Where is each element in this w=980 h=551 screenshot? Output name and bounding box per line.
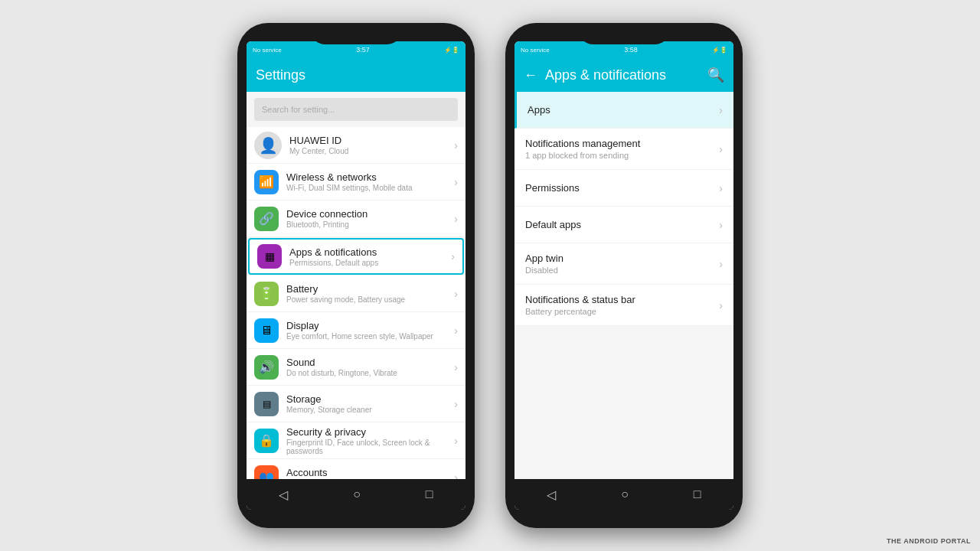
accounts-icon: 👥: [254, 465, 279, 480]
display-text: Display Eye comfort, Home screen style, …: [286, 320, 454, 341]
settings-item-display[interactable]: 🖥 Display Eye comfort, Home screen style…: [247, 312, 466, 349]
watermark: THE ANDROID PORTAL: [887, 537, 971, 545]
storage-sub: Memory, Storage cleaner: [286, 406, 454, 414]
device-title: Device connection: [286, 208, 454, 220]
chevron-icon: ›: [454, 139, 458, 152]
settings-item-wireless[interactable]: 📶 Wireless & networks Wi-Fi, Dual SIM se…: [247, 164, 466, 201]
status-time-left: 3:57: [356, 46, 370, 54]
settings-item-security[interactable]: 🔒 Security & privacy Fingerprint ID, Fac…: [247, 422, 466, 459]
battery-text: Battery Power saving mode, Battery usage: [286, 283, 454, 304]
battery-icon: 🔋: [254, 282, 279, 306]
apps-item-permissions[interactable]: Permissions ›: [514, 170, 733, 207]
apps-item-default-apps[interactable]: Default apps ›: [514, 207, 733, 243]
chevron-icon: ›: [454, 288, 458, 300]
recents-button-left[interactable]: □: [426, 487, 433, 501]
apps-notifications-list: Apps › Notifications management 1 app bl…: [514, 92, 733, 479]
phone-notch-left: [310, 23, 402, 44]
battery-sub: Power saving mode, Battery usage: [286, 295, 454, 304]
settings-item-apps-notifications[interactable]: ▦ Apps & notifications Permissions, Defa…: [248, 238, 464, 275]
app-twin-text: App twin Disabled: [525, 253, 719, 275]
chevron-icon: ›: [454, 213, 458, 225]
status-bar-sub: Battery percentage: [525, 307, 719, 316]
sound-icon: 🔊: [254, 355, 279, 380]
bottom-nav-left: ◁ ○ □: [247, 479, 466, 510]
apps-item-apps[interactable]: Apps ›: [514, 92, 733, 129]
storage-icon: ▤: [254, 392, 279, 416]
chevron-icon: ›: [719, 143, 723, 155]
right-phone: No service 3:58 ⚡🔋 ← Apps & notification…: [505, 23, 743, 528]
left-phone-screen: No service 3:57 ⚡🔋 Settings Search for s…: [247, 41, 466, 510]
default-apps-text: Default apps: [525, 219, 719, 230]
status-bar-text: Notifications & status bar Battery perce…: [525, 294, 719, 316]
device-icon: 🔗: [254, 207, 279, 231]
display-title: Display: [286, 320, 454, 331]
storage-text: Storage Memory, Storage cleaner: [286, 393, 454, 414]
apps-title: Apps & notifications: [289, 246, 451, 258]
sound-sub: Do not disturb, Ringtone, Vibrate: [286, 369, 454, 377]
sound-text: Sound Do not disturb, Ringtone, Vibrate: [286, 357, 454, 377]
device-text: Device connection Bluetooth, Printing: [286, 208, 454, 229]
apps-text: Apps & notifications Permissions, Defaul…: [289, 246, 451, 267]
display-icon: 🖥: [254, 318, 279, 343]
display-sub: Eye comfort, Home screen style, Wallpape…: [286, 332, 454, 341]
apps-item-text: Apps: [528, 104, 719, 116]
status-icons-right: ⚡🔋: [712, 47, 727, 54]
apps-sub: Permissions, Default apps: [289, 259, 451, 267]
storage-title: Storage: [286, 393, 454, 405]
status-bar-title: Notifications & status bar: [525, 294, 719, 305]
security-text: Security & privacy Fingerprint ID, Face …: [286, 426, 454, 455]
bottom-nav-right: ◁ ○ □: [514, 479, 733, 510]
back-button-left[interactable]: ◁: [279, 487, 288, 502]
back-button-right-nav[interactable]: ◁: [547, 487, 556, 502]
phone-notch-right: [578, 23, 670, 44]
settings-item-sound[interactable]: 🔊 Sound Do not disturb, Ringtone, Vibrat…: [247, 349, 466, 386]
search-placeholder: Search for setting...: [262, 105, 335, 114]
apps-item-notifications[interactable]: Notifications management 1 app blocked f…: [514, 129, 733, 170]
permissions-title: Permissions: [525, 182, 719, 194]
accounts-text: Accounts Cloud, Accounts: [286, 467, 454, 479]
security-title: Security & privacy: [286, 426, 454, 438]
settings-item-battery[interactable]: 🔋 Battery Power saving mode, Battery usa…: [247, 276, 466, 312]
accounts-title: Accounts: [286, 467, 454, 478]
huawei-title: HUAWEI ID: [289, 135, 454, 146]
apps-item-app-twin[interactable]: App twin Disabled ›: [514, 243, 733, 285]
chevron-icon: ›: [719, 182, 723, 194]
settings-item-storage[interactable]: ▤ Storage Memory, Storage cleaner ›: [247, 386, 466, 422]
settings-list: 👤 HUAWEI ID My Center, Cloud › 📶 Wireles…: [247, 127, 466, 479]
chevron-icon: ›: [719, 258, 723, 270]
back-button-right-header[interactable]: ←: [524, 67, 537, 83]
apps-icon: ▦: [257, 244, 282, 269]
app-twin-sub: Disabled: [525, 266, 719, 275]
apps-notifications-title: Apps & notifications: [545, 67, 707, 83]
settings-item-device[interactable]: 🔗 Device connection Bluetooth, Printing …: [247, 201, 466, 237]
security-sub: Fingerprint ID, Face unlock, Screen lock…: [286, 439, 454, 455]
wireless-text: Wireless & networks Wi-Fi, Dual SIM sett…: [286, 171, 454, 192]
chevron-icon: ›: [719, 219, 723, 231]
permissions-text: Permissions: [525, 182, 719, 194]
chevron-icon: ›: [451, 250, 455, 262]
avatar: 👤: [254, 132, 282, 159]
wireless-icon: 📶: [254, 170, 279, 194]
chevron-icon: ›: [719, 104, 723, 116]
apps-item-status-bar[interactable]: Notifications & status bar Battery perce…: [514, 285, 733, 326]
status-icons-left: ⚡🔋: [444, 47, 459, 54]
settings-title: Settings: [256, 67, 456, 83]
status-left-text: No service: [253, 47, 282, 54]
battery-title: Battery: [286, 283, 454, 295]
chevron-icon: ›: [454, 471, 458, 480]
huawei-sub: My Center, Cloud: [289, 147, 454, 155]
home-button-right[interactable]: ○: [621, 487, 629, 501]
recents-button-right[interactable]: □: [694, 487, 701, 501]
wireless-sub: Wi-Fi, Dual SIM settings, Mobile data: [286, 184, 454, 192]
search-bar[interactable]: Search for setting...: [254, 98, 458, 121]
left-top-bar: Settings: [247, 58, 466, 92]
sound-title: Sound: [286, 357, 454, 368]
home-button-left[interactable]: ○: [353, 487, 361, 501]
huawei-text: HUAWEI ID My Center, Cloud: [289, 135, 454, 155]
settings-item-huawei-id[interactable]: 👤 HUAWEI ID My Center, Cloud ›: [247, 127, 466, 164]
chevron-icon: ›: [454, 324, 458, 337]
notifications-sub: 1 app blocked from sending: [525, 151, 719, 160]
settings-item-accounts[interactable]: 👥 Accounts Cloud, Accounts ›: [247, 459, 466, 479]
left-phone: No service 3:57 ⚡🔋 Settings Search for s…: [237, 23, 475, 528]
search-icon-right[interactable]: 🔍: [707, 67, 724, 83]
